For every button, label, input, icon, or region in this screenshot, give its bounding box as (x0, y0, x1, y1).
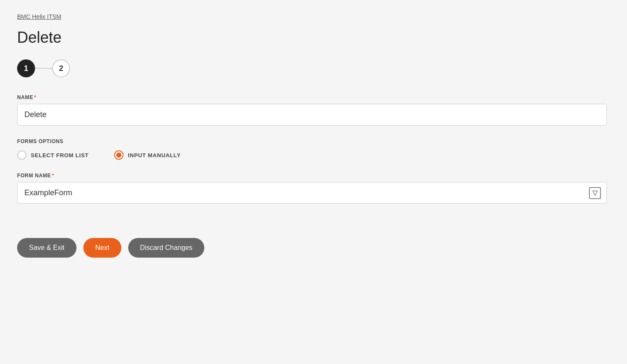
next-button[interactable]: Next (83, 238, 121, 258)
input-manually-radio[interactable] (114, 150, 124, 160)
save-exit-button[interactable]: Save & Exit (17, 238, 77, 258)
form-name-input-wrapper: ▽ (17, 182, 607, 204)
form-name-section: FORM NAME* ▽ (17, 173, 610, 204)
form-name-dropdown-icon[interactable]: ▽ (589, 187, 601, 199)
select-from-list-label: SELECT FROM LIST (31, 152, 88, 159)
select-from-list-radio[interactable] (17, 150, 26, 160)
input-manually-label: INPUT MANUALLY (128, 152, 180, 159)
page-title: Delete (17, 29, 610, 47)
name-field-section: NAME* (17, 94, 610, 126)
name-required-star: * (34, 94, 36, 100)
name-label: NAME* (17, 94, 610, 100)
select-from-list-option[interactable]: SELECT FROM LIST (17, 150, 88, 160)
stepper: 1 2 (17, 59, 610, 77)
forms-options-label: FORMS OPTIONS (17, 138, 610, 144)
input-manually-radio-inner (116, 153, 121, 158)
radio-group: SELECT FROM LIST INPUT MANUALLY (17, 150, 610, 160)
input-manually-option[interactable]: INPUT MANUALLY (114, 150, 180, 160)
footer-buttons: Save & Exit Next Discard Changes (17, 238, 610, 258)
form-name-label: FORM NAME* (17, 173, 610, 179)
breadcrumb-link[interactable]: BMC Helix ITSM (17, 13, 61, 20)
name-input[interactable] (17, 104, 607, 126)
form-name-required-star: * (52, 173, 54, 179)
step-connector (35, 68, 52, 69)
step-1-circle[interactable]: 1 (17, 59, 35, 77)
forms-options-section: FORMS OPTIONS SELECT FROM LIST INPUT MAN… (17, 138, 610, 160)
discard-changes-button[interactable]: Discard Changes (128, 238, 205, 258)
step-2-circle[interactable]: 2 (52, 59, 70, 77)
form-name-input[interactable] (17, 182, 607, 204)
